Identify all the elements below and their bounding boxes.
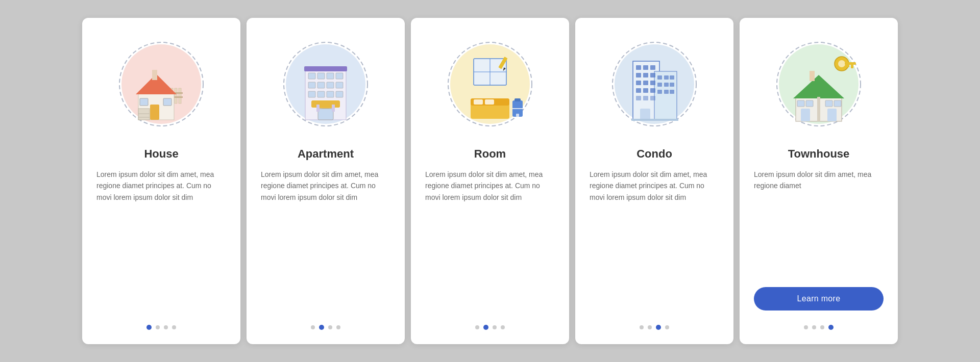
dot-3[interactable]	[164, 325, 168, 329]
svg-rect-88	[847, 65, 849, 67]
dot-3[interactable]	[656, 325, 661, 330]
townhouse-title: Townhouse	[788, 147, 850, 161]
svg-rect-12	[163, 98, 172, 106]
house-dots	[146, 325, 176, 330]
house-icon-area	[110, 33, 212, 135]
svg-rect-75	[664, 83, 669, 87]
svg-rect-4	[179, 88, 181, 104]
svg-rect-95	[797, 100, 804, 107]
svg-rect-19	[304, 66, 347, 71]
svg-rect-73	[670, 75, 674, 80]
svg-rect-93	[801, 109, 810, 121]
apartment-icon-area	[275, 33, 377, 135]
svg-rect-46	[474, 99, 483, 105]
svg-rect-24	[317, 73, 325, 79]
dot-2[interactable]	[483, 325, 488, 330]
card-room: Room Lorem ipsum dolor sit dim amet, mea…	[411, 18, 569, 344]
svg-rect-32	[317, 91, 325, 97]
dot-4[interactable]	[665, 325, 669, 329]
svg-rect-11	[140, 98, 148, 106]
room-icon	[439, 33, 541, 135]
svg-rect-60	[643, 73, 648, 77]
house-icon	[110, 33, 212, 135]
card-townhouse: Townhouse Lorem ipsum dolor sit dim amet…	[740, 18, 898, 344]
condo-icon	[603, 33, 705, 135]
condo-title: Condo	[636, 147, 672, 161]
card-condo: Condo Lorem ipsum dolor sit dim amet, me…	[575, 18, 733, 344]
room-body: Lorem ipsum dolor sit dim amet, mea regi…	[425, 169, 555, 313]
svg-rect-61	[650, 73, 655, 77]
svg-rect-22	[318, 109, 333, 120]
svg-rect-92	[817, 97, 820, 121]
condo-dots	[640, 325, 669, 330]
svg-rect-70	[650, 96, 655, 100]
svg-rect-36	[332, 105, 335, 112]
svg-rect-13	[138, 109, 150, 120]
condo-icon-area	[603, 33, 705, 135]
svg-rect-98	[834, 100, 841, 107]
svg-rect-49	[514, 98, 521, 101]
apartment-title: Apartment	[298, 147, 354, 161]
house-body: Lorem ipsum dolor sit dim amet, mea regi…	[96, 169, 226, 313]
dot-2[interactable]	[648, 325, 652, 329]
dot-4[interactable]	[336, 325, 340, 329]
card-house: House Lorem ipsum dolor sit dim amet, me…	[82, 18, 240, 344]
cards-container: House Lorem ipsum dolor sit dim amet, me…	[72, 3, 908, 359]
dot-1[interactable]	[804, 325, 808, 329]
svg-rect-80	[640, 109, 650, 120]
dot-2[interactable]	[319, 325, 324, 330]
svg-rect-57	[643, 65, 648, 70]
svg-rect-87	[851, 65, 853, 68]
svg-rect-34	[336, 91, 343, 97]
svg-rect-68	[636, 96, 641, 100]
svg-rect-69	[643, 96, 648, 100]
apartment-body: Lorem ipsum dolor sit dim amet, mea regi…	[261, 169, 390, 313]
dot-1[interactable]	[640, 325, 644, 329]
svg-rect-72	[664, 75, 669, 80]
dot-4[interactable]	[501, 325, 505, 329]
svg-rect-27	[308, 82, 315, 88]
svg-rect-66	[643, 88, 648, 93]
svg-rect-23	[308, 73, 315, 79]
svg-rect-62	[636, 81, 641, 85]
svg-rect-96	[806, 100, 813, 107]
room-dots	[475, 325, 505, 330]
room-title: Room	[474, 147, 506, 161]
dot-1[interactable]	[475, 325, 479, 329]
svg-rect-76	[670, 83, 674, 87]
svg-rect-58	[650, 65, 655, 70]
svg-rect-35	[316, 105, 320, 112]
dot-3[interactable]	[820, 325, 824, 329]
dot-4[interactable]	[828, 325, 834, 330]
svg-rect-59	[636, 73, 641, 77]
svg-rect-79	[670, 90, 674, 94]
svg-rect-77	[657, 90, 662, 94]
dot-2[interactable]	[812, 325, 816, 329]
svg-rect-63	[643, 81, 648, 85]
svg-rect-86	[845, 62, 856, 65]
card-apartment: Apartment Lorem ipsum dolor sit dim amet…	[247, 18, 405, 344]
svg-rect-33	[327, 91, 334, 97]
svg-rect-74	[657, 83, 662, 87]
svg-rect-71	[657, 75, 662, 80]
dot-4[interactable]	[172, 325, 176, 329]
townhouse-icon-area	[768, 33, 870, 135]
dot-1[interactable]	[311, 325, 315, 329]
svg-rect-21	[311, 100, 340, 108]
svg-rect-25	[327, 73, 334, 79]
svg-rect-97	[825, 100, 832, 107]
svg-rect-81	[631, 119, 678, 121]
dot-1[interactable]	[146, 325, 152, 330]
dot-3[interactable]	[328, 325, 332, 329]
svg-rect-78	[664, 90, 669, 94]
svg-rect-56	[636, 65, 641, 70]
dot-2[interactable]	[156, 325, 160, 329]
svg-rect-9	[152, 70, 157, 80]
svg-rect-64	[650, 81, 655, 85]
townhouse-icon	[768, 33, 870, 135]
svg-rect-26	[336, 73, 343, 79]
learn-more-button[interactable]: Learn more	[754, 287, 884, 311]
svg-rect-3	[175, 88, 177, 104]
dot-3[interactable]	[493, 325, 497, 329]
svg-rect-65	[636, 88, 641, 93]
